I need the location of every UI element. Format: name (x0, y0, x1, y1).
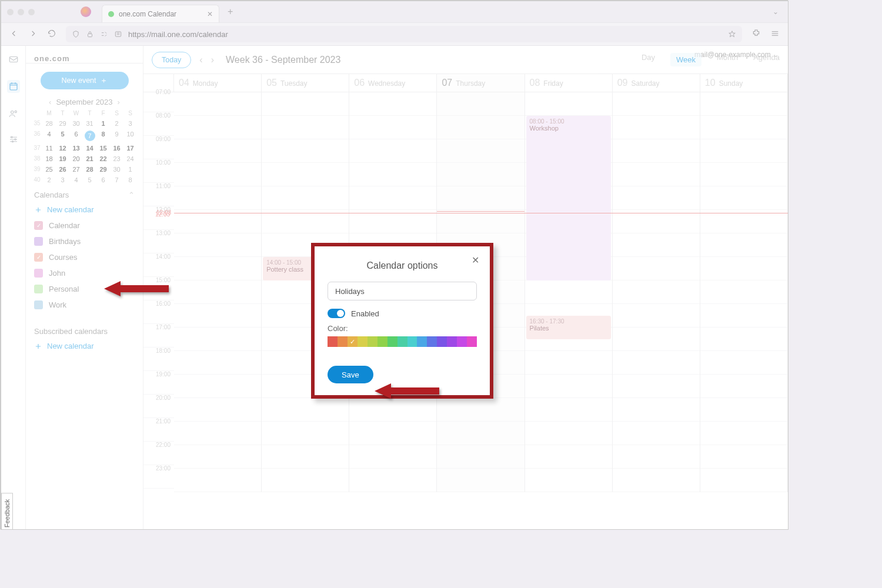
calendar-list-item[interactable]: John (26, 265, 143, 281)
mini-day[interactable]: 20 (69, 155, 83, 162)
color-swatch[interactable] (457, 336, 467, 347)
mini-day[interactable]: 26 (56, 166, 69, 173)
color-swatch[interactable] (328, 336, 338, 347)
calendar-color-box[interactable] (34, 269, 43, 278)
color-swatch[interactable] (338, 336, 348, 347)
close-icon[interactable]: ✕ (472, 255, 479, 266)
color-swatch[interactable] (437, 336, 447, 347)
mini-day[interactable]: 11 (42, 145, 56, 152)
mini-day[interactable]: 28 (42, 120, 56, 127)
window-controls[interactable] (7, 9, 35, 15)
enabled-toggle[interactable] (328, 309, 345, 318)
calendar-list-item[interactable]: Calendar (26, 218, 143, 233)
color-swatch[interactable] (447, 336, 457, 347)
mini-next-icon[interactable]: › (118, 98, 120, 106)
browser-tab[interactable]: one.com Calendar ✕ (102, 5, 219, 22)
mini-calendar[interactable]: ‹ September 2023 › MTWTFSS35282930311233… (26, 98, 143, 183)
mini-day[interactable]: 10 (123, 131, 137, 141)
color-swatch[interactable] (417, 336, 427, 347)
calendar-color-box[interactable] (34, 300, 43, 309)
mini-prev-icon[interactable]: ‹ (49, 98, 51, 106)
mini-day[interactable]: 6 (69, 131, 83, 141)
color-swatch[interactable] (397, 336, 407, 347)
day-header[interactable]: 10 Sunday (700, 74, 788, 92)
new-event-button[interactable]: New event ＋ (41, 72, 129, 89)
mini-day[interactable]: 22 (96, 155, 110, 162)
new-tab-button[interactable]: + (228, 6, 233, 17)
mini-day[interactable]: 2 (42, 176, 56, 183)
color-swatch[interactable] (358, 336, 368, 347)
mini-day[interactable]: 19 (56, 155, 69, 162)
mini-day[interactable]: 2 (110, 120, 123, 127)
view-agenda[interactable]: Agenda (753, 53, 780, 66)
color-swatch[interactable] (377, 336, 387, 347)
day-header[interactable]: 09 Saturday (613, 74, 700, 92)
mini-day[interactable]: 25 (42, 166, 56, 173)
day-column[interactable] (613, 92, 700, 492)
calendar-event[interactable]: 08:00 - 15:00 Workshop (526, 116, 611, 280)
mini-day[interactable]: 8 (123, 176, 137, 183)
next-week-icon[interactable]: › (211, 55, 214, 65)
calendar-color-box[interactable] (34, 221, 43, 230)
mini-day[interactable]: 16 (110, 145, 123, 152)
mini-day[interactable]: 3 (123, 120, 137, 127)
mini-day[interactable]: 3 (56, 176, 69, 183)
mini-day[interactable]: 23 (110, 155, 123, 162)
mini-day[interactable]: 7 (85, 131, 95, 141)
mini-day[interactable]: 29 (56, 120, 69, 127)
contacts-icon[interactable] (8, 108, 19, 119)
reload-button[interactable] (47, 29, 56, 40)
new-calendar-link[interactable]: New calendar (26, 202, 143, 218)
mini-day[interactable]: 15 (96, 145, 110, 152)
color-swatch[interactable]: ✓ (348, 336, 358, 347)
calendar-list-item[interactable]: Birthdays (26, 233, 143, 249)
view-month[interactable]: Month (717, 53, 738, 66)
view-week[interactable]: Week (670, 53, 701, 66)
mini-day[interactable]: 27 (69, 166, 83, 173)
day-column[interactable]: 08:00 - 15:00 Workshop 16:30 - 17:30 Pil… (525, 92, 613, 492)
mini-day[interactable]: 24 (123, 155, 137, 162)
new-subscribed-calendar-link[interactable]: New calendar (26, 338, 143, 354)
day-column[interactable] (174, 92, 262, 492)
calendar-event[interactable]: 16:30 - 17:30 Pilates (526, 316, 611, 339)
mini-day[interactable]: 6 (96, 176, 110, 183)
mini-day[interactable]: 9 (110, 131, 123, 141)
mini-day[interactable]: 30 (110, 166, 123, 173)
forward-button[interactable] (28, 29, 38, 40)
day-header[interactable]: 04 Monday (174, 74, 262, 92)
day-header[interactable]: 05 Tuesday (262, 74, 349, 92)
mini-day[interactable]: 28 (83, 166, 96, 173)
back-button[interactable] (9, 29, 19, 40)
chevron-up-icon[interactable]: ⌃ (128, 191, 135, 199)
mini-day[interactable]: 29 (96, 166, 110, 173)
mini-day[interactable]: 5 (83, 176, 96, 183)
mail-icon[interactable] (8, 54, 19, 65)
menu-icon[interactable] (770, 29, 780, 40)
mini-day[interactable]: 7 (110, 176, 123, 183)
tabs-overflow-icon[interactable]: ⌄ (773, 8, 779, 16)
color-swatch[interactable] (427, 336, 437, 347)
save-button[interactable]: Save (328, 366, 373, 383)
mini-day[interactable]: 1 (123, 166, 137, 173)
calendar-icon[interactable] (7, 80, 20, 93)
today-button[interactable]: Today (152, 52, 191, 68)
view-day[interactable]: Day (642, 53, 655, 66)
url-bar[interactable]: https://mail.one.com/calendar (66, 26, 742, 42)
calendar-color-box[interactable] (34, 237, 43, 246)
mini-day[interactable]: 13 (69, 145, 83, 152)
day-header[interactable]: 07 Thursday (437, 74, 524, 92)
mini-day[interactable]: 18 (42, 155, 56, 162)
mini-day[interactable]: 12 (56, 145, 69, 152)
mini-day[interactable]: 1 (96, 120, 110, 127)
mini-day[interactable]: 14 (83, 145, 96, 152)
mini-day[interactable]: 4 (69, 176, 83, 183)
prev-week-icon[interactable]: ‹ (199, 55, 202, 65)
calendar-color-box[interactable] (34, 285, 43, 293)
feedback-tab[interactable]: Feedback (1, 493, 13, 530)
mini-day[interactable]: 21 (83, 155, 96, 162)
mini-day[interactable]: 31 (83, 120, 96, 127)
calendar-color-box[interactable] (34, 253, 43, 262)
calendar-list-item[interactable]: Courses (26, 249, 143, 265)
bookmark-icon[interactable] (728, 30, 736, 38)
mini-day[interactable]: 17 (123, 145, 137, 152)
